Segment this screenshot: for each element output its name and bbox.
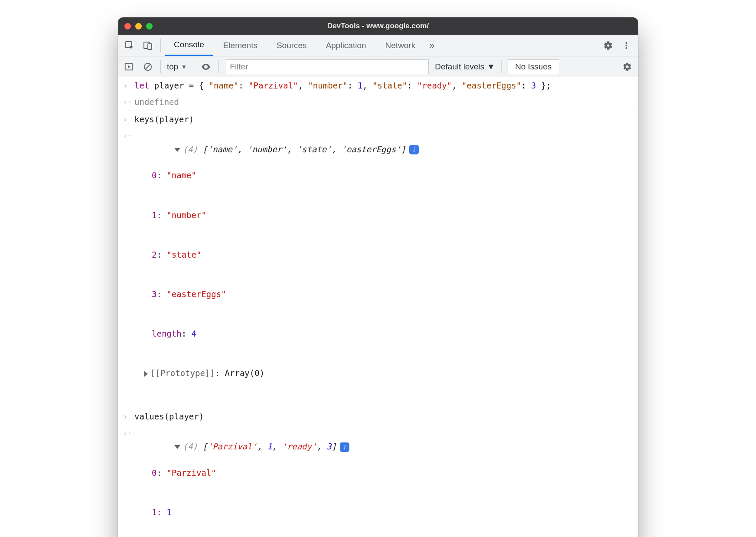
array-index: 0 <box>152 170 156 180</box>
prototype-value: Array(0) <box>225 368 265 378</box>
filter-input[interactable]: Filter <box>225 59 429 74</box>
array-index: 3 <box>152 289 156 299</box>
array-value: 1 <box>166 508 171 517</box>
array-index: 2 <box>152 250 156 259</box>
info-icon[interactable]: i <box>409 145 419 154</box>
code-token: : <box>348 81 358 90</box>
log-levels-selector[interactable]: Default levels ▼ <box>435 62 495 72</box>
separator <box>193 60 193 73</box>
svg-rect-2 <box>148 44 152 49</box>
separator <box>501 60 502 73</box>
info-icon[interactable]: i <box>340 442 349 452</box>
context-selector[interactable]: top ▼ <box>167 62 187 72</box>
code-token: 3 <box>531 81 536 90</box>
toggle-sidebar-icon[interactable] <box>122 60 135 73</box>
console-output-row: ‹· (4) ['name', 'number', 'state', 'east… <box>118 128 638 408</box>
device-toolbar-icon[interactable] <box>140 37 156 54</box>
tab-elements[interactable]: Elements <box>215 35 266 56</box>
live-expression-eye-icon[interactable] <box>199 60 212 73</box>
prompt-icon: › <box>123 411 127 422</box>
code-token: "easterEggs" <box>462 81 521 90</box>
array-value: "easterEggs" <box>166 289 226 299</box>
prompt-icon: › <box>123 114 127 125</box>
expand-toggle-icon[interactable] <box>144 371 148 377</box>
separator <box>218 60 219 73</box>
array-index: 0 <box>152 468 156 478</box>
code-token: , <box>298 81 308 90</box>
titlebar: DevTools - www.google.com/ <box>118 17 638 35</box>
svg-point-4 <box>626 45 627 46</box>
console-output-row: ‹· undefined <box>118 94 638 111</box>
clear-console-icon[interactable] <box>141 60 154 73</box>
array-value: "number" <box>166 210 206 220</box>
kebab-menu-icon[interactable] <box>618 37 635 54</box>
more-tabs-icon[interactable]: » <box>426 40 438 51</box>
prototype-label: [[Prototype]] <box>150 368 215 378</box>
expand-toggle-icon[interactable] <box>174 148 180 152</box>
code-token: , <box>452 81 462 90</box>
separator <box>160 60 161 73</box>
code-token: player = { <box>149 81 209 90</box>
console-input-row[interactable]: › values(player) <box>118 408 638 425</box>
array-summary-close: ] <box>332 442 336 451</box>
console-output-row: ‹· (4) ['Parzival', 1, 'ready', 3]i 0: "… <box>118 425 638 537</box>
dropdown-arrow-icon: ▼ <box>181 63 187 70</box>
code-token: "ready" <box>417 81 452 90</box>
svg-point-5 <box>626 47 627 49</box>
result-icon: ‹· <box>123 96 132 108</box>
array-count: (4) <box>183 144 198 154</box>
array-count: (4) <box>183 442 198 451</box>
array-summary-open: [ <box>198 442 208 451</box>
code-token: "state" <box>372 81 407 90</box>
code-token: , <box>362 81 372 90</box>
result-icon: ‹· <box>123 428 132 439</box>
code-token: "number" <box>308 81 348 90</box>
array-summary: ['name', 'number', 'state', 'easterEggs'… <box>198 144 406 154</box>
prompt-icon: › <box>123 80 127 92</box>
code-token: : <box>238 81 248 90</box>
expand-toggle-icon[interactable] <box>174 445 180 449</box>
dropdown-arrow-icon: ▼ <box>487 62 495 72</box>
inspect-element-icon[interactable] <box>121 37 138 54</box>
code-token: "name" <box>209 81 239 90</box>
array-index: 1 <box>152 210 156 220</box>
array-value: "name" <box>166 170 196 180</box>
length-value: 4 <box>192 329 196 338</box>
code-token: "Parzival" <box>248 81 298 90</box>
tab-console[interactable]: Console <box>165 35 213 56</box>
devtools-window: DevTools - www.google.com/ Console Eleme… <box>118 17 638 537</box>
array-index: 1 <box>152 508 156 517</box>
code-token: }; <box>536 81 551 90</box>
code-token: : <box>521 81 531 90</box>
tab-sources[interactable]: Sources <box>268 35 316 56</box>
issues-button[interactable]: No Issues <box>508 59 559 74</box>
code-token: : <box>407 81 417 90</box>
svg-line-8 <box>146 64 150 69</box>
code-token: keys(player) <box>134 115 194 124</box>
console-toolbar: top ▼ Filter Default levels ▼ No Issues <box>118 56 638 77</box>
length-key: length <box>152 329 182 338</box>
result-icon: ‹· <box>123 130 132 142</box>
tab-application[interactable]: Application <box>317 35 375 56</box>
settings-gear-icon[interactable] <box>600 37 616 54</box>
console-input-row[interactable]: › keys(player) <box>118 111 638 128</box>
separator <box>160 39 161 52</box>
array-value: "Parzival" <box>166 468 216 478</box>
levels-label: Default levels <box>435 62 484 72</box>
tab-network[interactable]: Network <box>377 35 424 56</box>
window-title: DevTools - www.google.com/ <box>118 22 638 30</box>
code-token: let <box>134 81 149 90</box>
context-label: top <box>167 62 178 72</box>
svg-point-3 <box>626 42 627 43</box>
code-token: values(player) <box>134 412 204 421</box>
issues-label: No Issues <box>515 62 551 72</box>
panel-tabs: Console Elements Sources Application Net… <box>118 35 638 56</box>
console-log: › let player = { "name": "Parzival", "nu… <box>118 77 638 537</box>
console-settings-gear-icon[interactable] <box>621 60 634 73</box>
filter-placeholder: Filter <box>230 62 248 72</box>
console-input-row[interactable]: › let player = { "name": "Parzival", "nu… <box>118 77 638 94</box>
array-value: "state" <box>166 250 201 259</box>
code-token: 1 <box>358 81 362 90</box>
undefined-value: undefined <box>134 97 179 107</box>
